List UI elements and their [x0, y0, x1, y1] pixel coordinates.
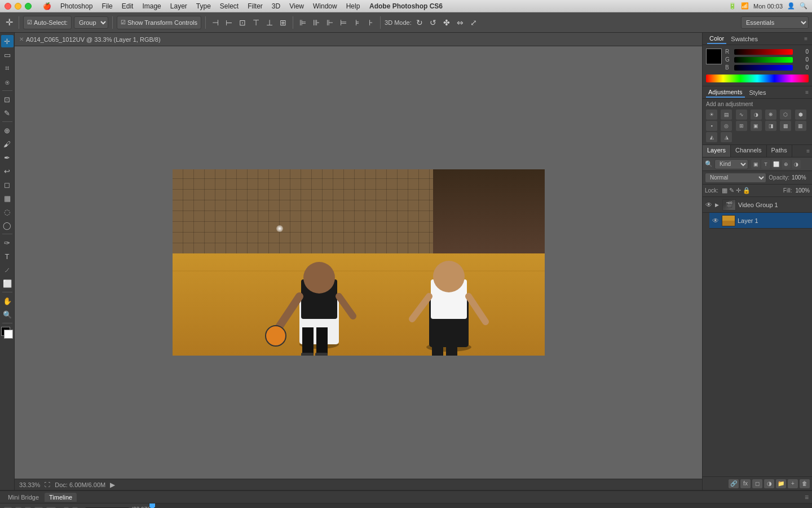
vibrance-adj[interactable]: ❋ — [765, 110, 776, 120]
lock-paint-icon[interactable]: ✎ — [729, 187, 734, 194]
mini-bridge-tab[interactable]: Mini Bridge — [3, 493, 43, 502]
dodge-tool[interactable]: ◯ — [1, 219, 14, 231]
timeline-collapse-icon[interactable]: ≡ — [805, 493, 809, 501]
move-tool[interactable]: ✛ — [1, 35, 14, 47]
filter-toggle-icon[interactable]: ◑ — [792, 160, 801, 169]
maximize-button[interactable] — [25, 3, 32, 10]
layer-fx-button[interactable]: fx — [740, 479, 751, 488]
styles-tab[interactable]: Styles — [747, 88, 769, 97]
layer-1[interactable]: 👁 Layer 1 — [709, 213, 812, 229]
lock-transparent-icon[interactable]: ▦ — [722, 187, 727, 194]
color-panel-menu[interactable]: ≡ — [804, 36, 807, 42]
menu-type[interactable]: Type — [196, 2, 211, 10]
posterize-adj[interactable]: ▩ — [780, 121, 791, 131]
invert-adj[interactable]: ◨ — [765, 121, 776, 131]
show-transform-checkbox[interactable]: ☑ Show Transform Controls — [117, 16, 201, 29]
playhead-marker[interactable] — [149, 503, 155, 508]
lock-move-icon[interactable]: ✛ — [736, 187, 741, 194]
lasso-tool[interactable]: ⌗ — [1, 62, 14, 75]
layer-vis-icon[interactable]: 👁 — [705, 201, 713, 209]
step-back-button[interactable]: ◀ — [15, 506, 22, 509]
brightness-adj[interactable]: ☀ — [706, 110, 717, 120]
3d-pan-icon[interactable]: ✤ — [441, 17, 452, 28]
dist-bottom-icon[interactable]: ⊦ — [365, 17, 376, 28]
new-layer-button[interactable]: + — [788, 479, 798, 488]
layer-video-group-1[interactable]: 👁 ▶ 🎬 Video Group 1 — [703, 197, 812, 213]
filter-type-icon[interactable]: T — [761, 160, 770, 169]
channels-tab[interactable]: Channels — [731, 145, 766, 157]
layer-1-vis-icon[interactable]: 👁 — [712, 217, 720, 225]
hand-tool[interactable]: ✋ — [1, 295, 14, 307]
eraser-tool[interactable]: ◻ — [1, 178, 14, 191]
align-middle-icon[interactable]: ⊥ — [264, 17, 275, 28]
3d-slide-icon[interactable]: ⇔ — [454, 17, 466, 28]
layers-filter-type[interactable]: Kind Name Effect — [714, 159, 748, 169]
filter-smart-icon[interactable]: ⊕ — [782, 160, 791, 169]
curves-adj[interactable]: ∿ — [736, 110, 747, 120]
r-slider[interactable] — [734, 49, 793, 55]
brush-tool[interactable]: 🖌 — [1, 138, 14, 150]
workspace-dropdown[interactable]: Essentials — [741, 16, 809, 29]
menu-file[interactable]: File — [102, 2, 112, 10]
color-tab[interactable]: Color — [707, 34, 726, 44]
3d-rotate-icon[interactable]: ↻ — [414, 17, 425, 28]
hsl-adj[interactable]: ⬡ — [780, 110, 791, 120]
b-slider[interactable] — [734, 65, 793, 71]
3d-roll-icon[interactable]: ↺ — [427, 17, 439, 28]
menu-edit[interactable]: Edit — [122, 2, 134, 10]
filter-pixel-icon[interactable]: ▣ — [751, 160, 760, 169]
marquee-tool[interactable]: ▭ — [1, 49, 14, 61]
filter-shape-icon[interactable]: ⬜ — [771, 160, 780, 169]
dist-top-icon[interactable]: ⊨ — [338, 17, 349, 28]
layer-adjustment-button[interactable]: ◑ — [764, 479, 774, 488]
colorbalance-adj[interactable]: ⬢ — [795, 110, 806, 120]
layer-link-button[interactable]: 🔗 — [729, 479, 739, 488]
transition-button[interactable]: ▣ — [72, 506, 78, 509]
timeline-tab[interactable]: Timeline — [45, 493, 77, 502]
colorlookup-adj[interactable]: ▣ — [751, 121, 762, 131]
step-forward-button[interactable]: ▶| — [34, 506, 43, 509]
menu-select[interactable]: Select — [220, 2, 239, 10]
adj-panel-menu[interactable]: ≡ — [805, 89, 809, 95]
dist-center-icon[interactable]: ⊪ — [311, 17, 322, 28]
align-left-icon[interactable]: ⊣ — [210, 17, 221, 28]
swatches-tab[interactable]: Swatches — [729, 34, 760, 43]
layer-group-button[interactable]: 📁 — [776, 479, 786, 488]
mac-menu-bar[interactable]: 🍎 Photoshop File Edit Image Layer Type S… — [43, 2, 360, 10]
shape-tool[interactable]: ⬜ — [1, 277, 14, 290]
selectcolor-adj[interactable]: ◮ — [721, 132, 732, 142]
blur-tool[interactable]: ◌ — [1, 205, 14, 218]
menu-photoshop[interactable]: Photoshop — [60, 2, 92, 10]
canvas-body[interactable] — [15, 46, 702, 479]
clone-tool[interactable]: ✒ — [1, 151, 14, 164]
align-right-icon[interactable]: ⊡ — [237, 17, 248, 28]
menu-view[interactable]: View — [289, 2, 304, 10]
lock-all-icon[interactable]: 🔒 — [743, 187, 751, 194]
play-button[interactable]: ▶ — [24, 506, 32, 509]
close-button[interactable] — [5, 3, 11, 10]
align-bottom-icon[interactable]: ⊞ — [277, 17, 289, 28]
background-color[interactable] — [4, 330, 13, 339]
dist-left-icon[interactable]: ⊫ — [297, 17, 308, 28]
move-tool-icon[interactable]: ✛ — [3, 17, 15, 28]
photo-adj[interactable]: ◎ — [721, 121, 732, 131]
menu-help[interactable]: Help — [346, 2, 360, 10]
blend-mode-select[interactable]: Normal Multiply Screen — [705, 173, 766, 183]
3d-scale-icon[interactable]: ⤢ — [468, 17, 479, 28]
layer-mask-button[interactable]: ◻ — [752, 479, 762, 488]
menu-layer[interactable]: Layer — [170, 2, 187, 10]
foreground-color-swatch[interactable] — [706, 49, 722, 64]
exposure-adj[interactable]: ◑ — [751, 110, 762, 120]
sound-button[interactable]: 🔊 — [46, 506, 56, 509]
path-tool[interactable]: ⟋ — [1, 264, 14, 276]
g-slider[interactable] — [734, 57, 793, 63]
auto-select-dropdown[interactable]: Group Layer — [74, 16, 108, 29]
menu-window[interactable]: Window — [313, 2, 337, 10]
menu-3d[interactable]: 3D — [272, 2, 280, 10]
paths-tab[interactable]: Paths — [767, 145, 792, 157]
healing-tool[interactable]: ⊕ — [1, 124, 14, 137]
layers-panel-menu[interactable]: ≡ — [806, 148, 810, 154]
window-controls[interactable] — [5, 3, 32, 10]
gradmap-adj[interactable]: ◭ — [706, 132, 717, 142]
dist-mid-icon[interactable]: ⊧ — [351, 17, 363, 28]
